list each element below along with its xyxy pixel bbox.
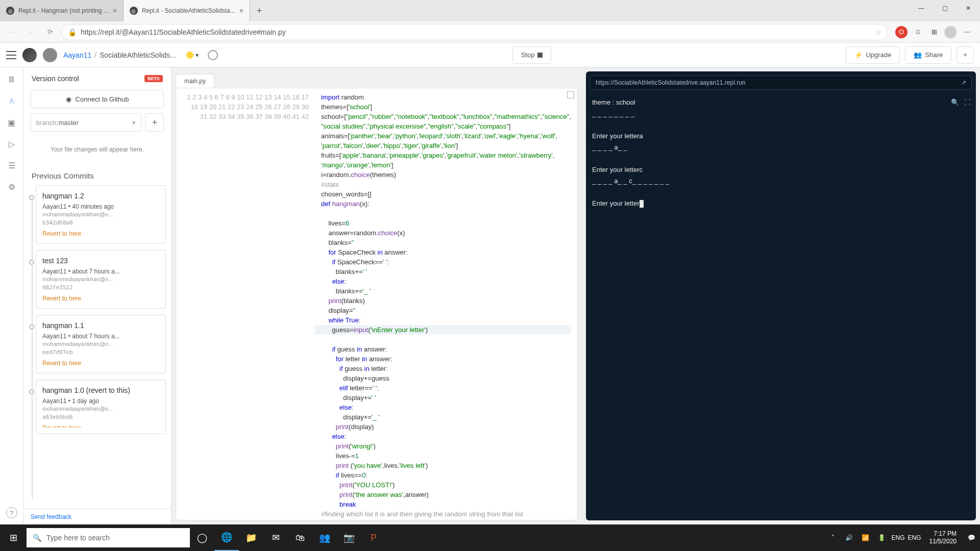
- minimize-button[interactable]: —: [910, 0, 933, 16]
- browser-titlebar: ◎ Repl.it - Hangman (not printing ... × …: [0, 0, 980, 21]
- favorites-icon[interactable]: ✩: [912, 26, 924, 38]
- console[interactable]: https://SociableAthleticSolidstatedrive.…: [586, 71, 976, 520]
- revert-link[interactable]: Revert to here: [42, 360, 159, 367]
- open-external-icon[interactable]: ↗: [961, 79, 966, 86]
- search-icon[interactable]: 🔍: [951, 97, 959, 108]
- taskbar-search[interactable]: 🔍 Type here to search: [27, 528, 190, 547]
- commit-title: hangman 1.2: [42, 192, 159, 200]
- clock[interactable]: 7:17 PM 11/5/2020: [925, 530, 961, 545]
- collections-icon[interactable]: ⊞: [928, 26, 940, 38]
- database-icon[interactable]: ☰: [7, 160, 17, 170]
- taskbar: ⊞ 🔍 Type here to search ◯ 🌐 📁 ✉ 🛍 👥 📷 P …: [0, 524, 980, 551]
- new-branch-button[interactable]: +: [145, 113, 164, 132]
- console-url-bar[interactable]: https://SociableAthleticSolidstatedrive.…: [590, 76, 972, 90]
- url-input[interactable]: 🔒 https://repl.it/@Aayan11/SociableAthle…: [61, 24, 888, 40]
- window-controls: — ▢ ✕: [910, 0, 980, 16]
- commit-title: hangman 1.1: [42, 321, 159, 330]
- browser-tab[interactable]: ◎ Repl.it - SociableAthleticSolidsta... …: [124, 0, 250, 21]
- start-button[interactable]: ⊞: [0, 524, 27, 551]
- packages-icon[interactable]: ▣: [7, 117, 17, 128]
- back-button[interactable]: ←: [3, 24, 19, 40]
- settings-icon[interactable]: ⚙: [7, 182, 17, 192]
- tab-favicon-icon: ◎: [130, 7, 138, 15]
- replit-logo-icon[interactable]: [22, 48, 37, 62]
- console-output[interactable]: 🔍⛶theme : school _ _ _ _ _ _ _ _ Enter y…: [586, 94, 976, 212]
- toolbar-extensions: O ✩ ⊞ ⋯: [891, 26, 977, 38]
- add-button[interactable]: +: [957, 46, 974, 64]
- task-view-icon[interactable]: ◯: [190, 524, 214, 551]
- mail-icon[interactable]: ✉: [263, 524, 288, 551]
- layout-icon[interactable]: [567, 91, 574, 98]
- close-button[interactable]: ✕: [957, 0, 980, 16]
- commit-title: hangman 1.0 (revert to this): [42, 386, 159, 394]
- menu-button[interactable]: [6, 51, 16, 59]
- send-feedback-link[interactable]: Send feedback: [23, 509, 171, 524]
- vcs-title: Version control: [32, 74, 79, 83]
- connect-github-button[interactable]: ◉ Connect to Github: [31, 90, 164, 108]
- editor-tab[interactable]: main.py: [176, 74, 214, 88]
- files-icon[interactable]: 🗎: [7, 74, 17, 85]
- language-chip[interactable]: ▾: [186, 52, 199, 59]
- commit-card[interactable]: hangman 1.2 Aayan11 • 40 minutes ago moh…: [36, 185, 166, 244]
- wifi-icon[interactable]: 📶: [860, 534, 871, 541]
- revert-link[interactable]: Revert to here: [42, 295, 159, 302]
- editor-pane: main.py 1 2 3 4 5 6 7 8 9 10 11 12 13 14…: [172, 67, 582, 524]
- revert-link[interactable]: Revert to here: [42, 230, 159, 237]
- star-icon[interactable]: ☆: [875, 28, 881, 36]
- forward-button[interactable]: →: [22, 24, 39, 40]
- address-bar: ← → ⟳ 🔒 https://repl.it/@Aayan11/Sociabl…: [0, 21, 980, 43]
- breadcrumb-user[interactable]: Aayan11: [63, 51, 91, 59]
- commit-card[interactable]: hangman 1.0 (revert to this) Aayan11 • 1…: [36, 380, 166, 434]
- volume-icon[interactable]: 🔊: [844, 534, 855, 541]
- commit-email: mohammadaayankhan@o...: [42, 211, 159, 217]
- commit-hash: eed7d97eb: [42, 349, 159, 356]
- store-icon[interactable]: 🛍: [288, 524, 312, 551]
- breadcrumb-project[interactable]: SociableAthleticSolids...: [100, 51, 176, 59]
- powerpoint-icon[interactable]: P: [361, 524, 386, 551]
- profile-avatar[interactable]: [944, 26, 957, 38]
- battery-icon[interactable]: 🔋: [876, 534, 888, 541]
- chevron-up-icon[interactable]: ˄: [827, 534, 839, 541]
- commit-meta: Aayan11 • about 7 hours a...: [42, 268, 159, 275]
- extension-icon[interactable]: O: [895, 26, 908, 38]
- python-icon: [186, 52, 193, 59]
- camera-icon[interactable]: 📷: [337, 524, 361, 551]
- commit-dot-icon: [29, 260, 34, 265]
- commit-title: test 123: [42, 257, 159, 265]
- editor-tabs: main.py: [176, 71, 578, 88]
- code-editor[interactable]: 1 2 3 4 5 6 7 8 9 10 11 12 13 14 15 16 1…: [176, 88, 578, 520]
- share-button[interactable]: 👥 Share: [905, 46, 951, 64]
- ime-indicator[interactable]: ENG: [909, 534, 920, 541]
- workspace: 🗎 ⑃ ▣ ▷ ☰ ⚙ ? Version control BETA ◉ Con…: [0, 67, 980, 524]
- commit-card[interactable]: hangman 1.1 Aayan11 • about 7 hours a...…: [36, 315, 166, 373]
- history-icon[interactable]: [208, 50, 218, 60]
- explorer-icon[interactable]: 📁: [239, 524, 263, 551]
- taskbar-apps: ◯ 🌐 📁 ✉ 🛍 👥 📷 P: [190, 524, 386, 551]
- new-tab-button[interactable]: +: [250, 0, 268, 21]
- help-button[interactable]: ?: [6, 507, 17, 518]
- commit-dot-icon: [29, 195, 34, 200]
- browser-tab[interactable]: ◎ Repl.it - Hangman (not printing ... ×: [0, 0, 124, 21]
- revert-link[interactable]: Revert to here: [42, 424, 159, 428]
- debugger-icon[interactable]: ▷: [7, 139, 17, 149]
- refresh-button[interactable]: ⟳: [42, 24, 58, 40]
- cursor: [640, 200, 644, 208]
- expand-icon[interactable]: ⛶: [964, 97, 971, 108]
- user-avatar[interactable]: [43, 48, 57, 62]
- maximize-button[interactable]: ▢: [933, 0, 957, 16]
- language-indicator[interactable]: ENG: [893, 534, 904, 541]
- edge-icon[interactable]: 🌐: [214, 524, 239, 551]
- teams-icon[interactable]: 👥: [312, 524, 337, 551]
- code-content[interactable]: import random themes=['school'] school=[…: [315, 88, 577, 520]
- stop-button[interactable]: Stop: [512, 46, 552, 64]
- menu-icon[interactable]: ⋯: [961, 26, 973, 38]
- commit-card[interactable]: test 123 Aayan11 • about 7 hours a... mo…: [36, 250, 166, 309]
- lock-icon: 🔒: [68, 28, 77, 36]
- close-icon[interactable]: ×: [113, 7, 117, 15]
- close-icon[interactable]: ×: [239, 7, 243, 15]
- branch-select[interactable]: branch: master ▾: [31, 113, 141, 132]
- notifications-icon[interactable]: 💬: [966, 534, 977, 541]
- vcs-icon[interactable]: ⑃: [7, 96, 17, 106]
- chevron-down-icon: ▾: [195, 52, 199, 59]
- upgrade-button[interactable]: ⚡ Upgrade: [846, 46, 900, 64]
